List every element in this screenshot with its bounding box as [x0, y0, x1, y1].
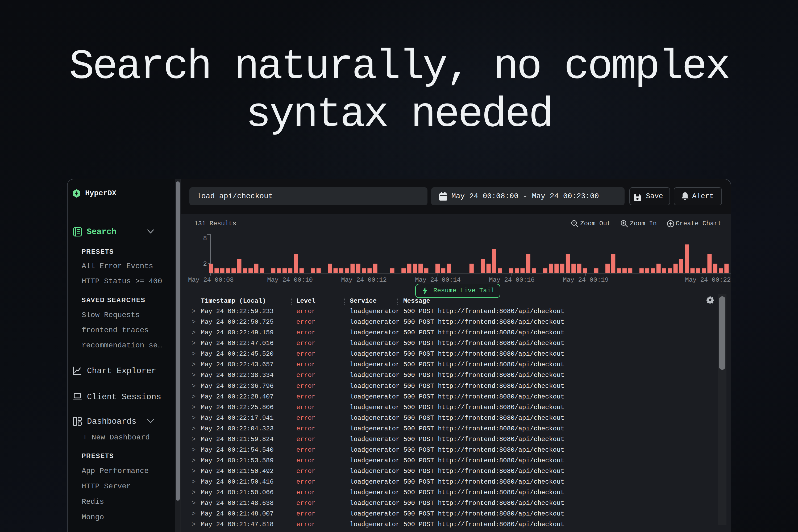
- svg-text:2: 2: [203, 261, 207, 268]
- svg-text:May 24 00:19: May 24 00:19: [563, 277, 609, 284]
- svg-text:May 24 00:10: May 24 00:10: [267, 277, 313, 284]
- svg-text:May 24 00:22: May 24 00:22: [685, 277, 731, 284]
- svg-text:May 24 00:08: May 24 00:08: [188, 277, 234, 284]
- svg-text:May 24 00:12: May 24 00:12: [341, 277, 387, 284]
- svg-text:8: 8: [203, 235, 207, 242]
- svg-text:May 24 00:14: May 24 00:14: [415, 277, 461, 284]
- svg-text:May 24 00:16: May 24 00:16: [489, 277, 535, 284]
